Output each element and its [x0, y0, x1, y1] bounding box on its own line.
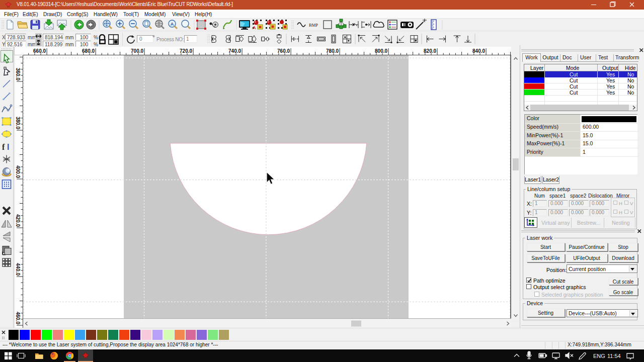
svg-text:820.0: 820.0 — [424, 48, 436, 54]
svg-text:A: A — [253, 25, 256, 30]
svg-text:760.0: 760.0 — [277, 48, 290, 54]
svg-text:780.0: 780.0 — [326, 48, 339, 54]
svg-text:660.0: 660.0 — [33, 48, 46, 54]
svg-text:800.0: 800.0 — [375, 48, 387, 54]
svg-text:360.0: 360.0 — [15, 68, 21, 80]
svg-text:420.0: 420.0 — [15, 214, 21, 227]
svg-text:840.0: 840.0 — [472, 48, 485, 54]
svg-text:700.0: 700.0 — [131, 48, 143, 54]
svg-text:BMP: BMP — [309, 23, 318, 28]
svg-text:ENG: ENG — [593, 353, 605, 359]
svg-text:A: A — [171, 22, 174, 27]
svg-text:680.0: 680.0 — [82, 48, 95, 54]
svg-text:380.0: 380.0 — [15, 117, 21, 129]
svg-text:440.0: 440.0 — [15, 263, 21, 276]
svg-text:f: f — [2, 143, 5, 151]
svg-text:I: I — [7, 143, 9, 151]
svg-text:400.0: 400.0 — [15, 165, 21, 178]
svg-text:720.0: 720.0 — [180, 48, 192, 54]
svg-text:460.0: 460.0 — [15, 312, 21, 324]
svg-text:11:54: 11:54 — [607, 353, 621, 359]
svg-text:740.0: 740.0 — [228, 48, 241, 54]
